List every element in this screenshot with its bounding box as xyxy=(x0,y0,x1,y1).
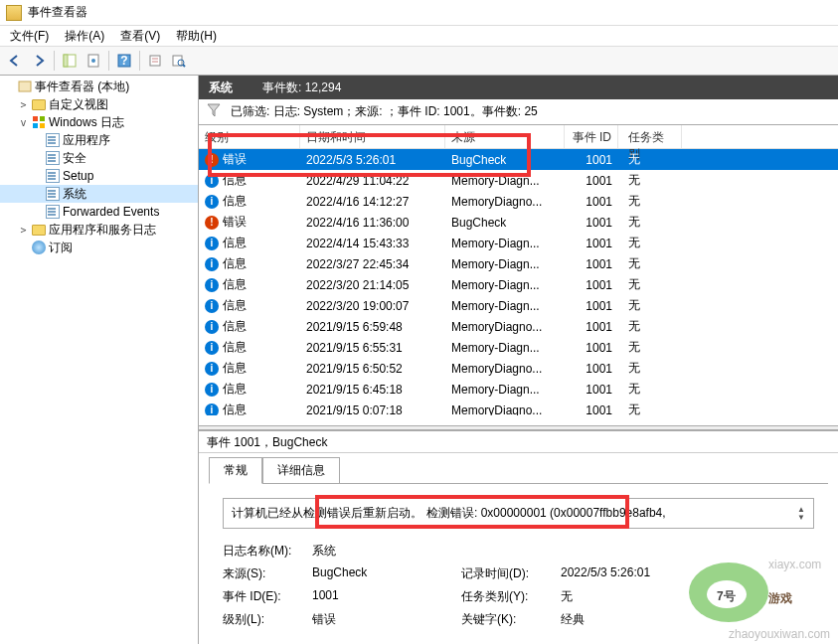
menu-help[interactable]: 帮助(H) xyxy=(170,26,223,47)
cell-level: 信息 xyxy=(223,276,247,293)
tab-general[interactable]: 常规 xyxy=(209,457,262,484)
col-level[interactable]: 级别 xyxy=(199,125,300,148)
header-count: 事件数: 12,294 xyxy=(262,80,341,96)
tree-app-service-logs[interactable]: >应用程序和服务日志 xyxy=(0,221,198,239)
event-row[interactable]: i信息2021/9/15 6:59:48MemoryDiagno...1001无 xyxy=(199,316,838,337)
col-date[interactable]: 日期和时间 xyxy=(300,125,445,148)
cell-eventid: 1001 xyxy=(565,257,618,271)
svg-rect-16 xyxy=(40,123,45,128)
cell-source: MemoryDiagno... xyxy=(445,195,565,209)
cell-level: 信息 xyxy=(223,381,247,398)
cell-level: 信息 xyxy=(223,235,247,251)
tree-subscriptions[interactable]: 订阅 xyxy=(0,239,198,256)
log-icon xyxy=(45,169,61,183)
label-eventid: 事件 ID(E): xyxy=(223,588,312,605)
event-properties: 日志名称(M): 系统 来源(S): BugCheck 记录时间(D): 202… xyxy=(223,543,814,628)
nav-tree[interactable]: 事件查看器 (本地) >自定义视图 vWindows 日志 应用程序 安全 Se… xyxy=(0,76,199,644)
event-row[interactable]: i信息2021/9/15 6:45:18Memory-Diagn...1001无 xyxy=(199,379,838,400)
event-row[interactable]: i信息2022/3/20 19:00:07Memory-Diagn...1001… xyxy=(199,295,838,316)
col-eventid[interactable]: 事件 ID xyxy=(565,125,618,148)
cell-date: 2022/4/29 11:04:22 xyxy=(300,174,445,188)
content-header: 系统 事件数: 12,294 xyxy=(199,76,838,99)
svg-rect-15 xyxy=(33,123,38,128)
info-icon: i xyxy=(205,278,219,292)
list-header[interactable]: 级别 日期和时间 来源 事件 ID 任务类别 xyxy=(199,125,838,149)
funnel-icon[interactable] xyxy=(207,103,221,120)
cell-level: 信息 xyxy=(223,402,247,415)
menu-action[interactable]: 操作(A) xyxy=(59,26,110,47)
cell-eventid: 1001 xyxy=(565,341,618,355)
message-scroll[interactable]: ▲▼ xyxy=(797,506,805,521)
value-logged: 2022/5/3 5:26:01 xyxy=(561,565,814,582)
cell-eventid: 1001 xyxy=(565,383,618,397)
tab-details[interactable]: 详细信息 xyxy=(262,457,340,483)
svg-rect-9 xyxy=(173,56,182,66)
spin-up-icon[interactable]: ▲ xyxy=(797,506,805,513)
help-button[interactable]: ? xyxy=(113,50,135,72)
cell-source: Memory-Diagn... xyxy=(445,257,565,271)
cell-level: 信息 xyxy=(223,297,247,314)
properties-button[interactable] xyxy=(83,50,104,72)
cell-source: Memory-Diagn... xyxy=(445,278,565,292)
event-row[interactable]: i信息2021/9/15 6:50:52MemoryDiagno...1001无 xyxy=(199,358,838,379)
tree-application[interactable]: 应用程序 xyxy=(0,131,198,149)
tree-system[interactable]: 系统 xyxy=(0,185,198,203)
cell-date: 2021/9/15 0:07:18 xyxy=(300,403,445,416)
svg-rect-1 xyxy=(64,55,68,67)
cell-source: Memory-Diagn... xyxy=(445,383,565,397)
event-list[interactable]: !错误2022/5/3 5:26:01BugCheck1001无i信息2022/… xyxy=(199,149,838,415)
event-row[interactable]: i信息2022/3/27 22:45:34Memory-Diagn...1001… xyxy=(199,253,838,274)
tree-custom-views[interactable]: >自定义视图 xyxy=(0,95,198,113)
event-row[interactable]: i信息2021/9/15 6:55:31Memory-Diagn...1001无 xyxy=(199,337,838,358)
cell-taskcat: 无 xyxy=(618,297,682,314)
cell-source: BugCheck xyxy=(445,216,565,230)
spin-down-icon[interactable]: ▼ xyxy=(797,514,805,521)
detail-tabs: 常规 详细信息 xyxy=(199,453,838,483)
cell-date: 2022/4/14 15:43:33 xyxy=(300,237,445,250)
forward-button[interactable] xyxy=(28,50,50,72)
cell-source: BugCheck xyxy=(445,153,565,167)
info-icon: i xyxy=(205,299,219,313)
cell-level: 错误 xyxy=(223,214,247,231)
cell-taskcat: 无 xyxy=(618,151,682,168)
header-title: 系统 xyxy=(209,80,233,96)
event-row[interactable]: i信息2022/4/29 11:04:22Memory-Diagn...1001… xyxy=(199,170,838,191)
find-button[interactable] xyxy=(168,50,190,72)
detail-title: 事件 1001，BugCheck xyxy=(199,431,838,453)
cell-eventid: 1001 xyxy=(565,278,618,292)
col-taskcat[interactable]: 任务类别 xyxy=(618,125,682,148)
show-tree-button[interactable] xyxy=(59,50,81,72)
menu-view[interactable]: 查看(V) xyxy=(114,26,166,47)
event-row[interactable]: i信息2022/3/20 21:14:05Memory-Diagn...1001… xyxy=(199,274,838,295)
cell-source: Memory-Diagn... xyxy=(445,237,565,250)
tree-security[interactable]: 安全 xyxy=(0,149,198,167)
event-row[interactable]: i信息2022/4/16 14:12:27MemoryDiagno...1001… xyxy=(199,191,838,212)
cell-date: 2022/4/16 14:12:27 xyxy=(300,195,445,209)
cell-taskcat: 无 xyxy=(618,193,682,210)
event-row[interactable]: i信息2021/9/15 0:07:18MemoryDiagno...1001无 xyxy=(199,400,838,415)
cell-eventid: 1001 xyxy=(565,237,618,250)
event-row[interactable]: !错误2022/5/3 5:26:01BugCheck1001无 xyxy=(199,149,838,170)
menubar: 文件(F) 操作(A) 查看(V) 帮助(H) xyxy=(0,26,838,46)
tree-setup[interactable]: Setup xyxy=(0,167,198,185)
info-icon: i xyxy=(205,195,219,209)
event-row[interactable]: i信息2022/4/14 15:43:33Memory-Diagn...1001… xyxy=(199,233,838,253)
event-row[interactable]: !错误2022/4/16 11:36:00BugCheck1001无 xyxy=(199,212,838,233)
event-message-a: 计算机已经从检测错误后重新启动。 xyxy=(232,505,422,522)
info-icon: i xyxy=(205,383,219,397)
detail-pane: 事件 1001，BugCheck 常规 详细信息 计算机已经从检测错误后重新启动… xyxy=(199,430,838,644)
cell-taskcat: 无 xyxy=(618,402,682,415)
info-icon: i xyxy=(205,320,219,334)
menu-file[interactable]: 文件(F) xyxy=(4,26,55,47)
tree-windows-logs[interactable]: vWindows 日志 xyxy=(0,113,198,131)
filter-bar: 已筛选: 日志: System；来源: ；事件 ID: 1001。事件数: 25 xyxy=(199,99,838,125)
svg-text:?: ? xyxy=(120,54,127,68)
filter-button[interactable] xyxy=(144,50,166,72)
tree-root[interactable]: 事件查看器 (本地) xyxy=(0,78,198,95)
tree-forwarded[interactable]: Forwarded Events xyxy=(0,203,198,221)
cell-source: Memory-Diagn... xyxy=(445,299,565,313)
back-button[interactable] xyxy=(4,50,26,72)
col-source[interactable]: 来源 xyxy=(445,125,565,148)
svg-line-11 xyxy=(183,65,185,67)
cell-date: 2022/4/16 11:36:00 xyxy=(300,216,445,230)
